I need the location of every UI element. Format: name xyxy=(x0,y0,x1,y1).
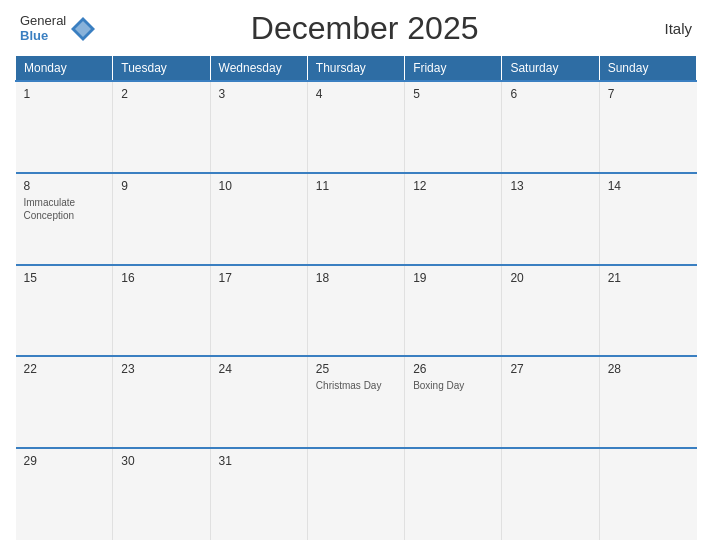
col-monday: Monday xyxy=(16,56,113,82)
calendar-cell: 10 xyxy=(210,173,307,265)
calendar-cell: 23 xyxy=(113,356,210,448)
logo-text: General Blue xyxy=(20,14,66,43)
header: General Blue December 2025 Italy xyxy=(15,10,697,47)
day-number: 21 xyxy=(608,271,689,285)
day-number: 7 xyxy=(608,87,689,101)
calendar-cell xyxy=(307,448,404,540)
calendar-cell: 2 xyxy=(113,81,210,173)
country-label: Italy xyxy=(632,20,692,37)
col-thursday: Thursday xyxy=(307,56,404,82)
calendar-cell: 8Immaculate Conception xyxy=(16,173,113,265)
calendar-cell: 26Boxing Day xyxy=(405,356,502,448)
calendar-body: 12345678Immaculate Conception91011121314… xyxy=(16,81,697,540)
calendar-cell: 9 xyxy=(113,173,210,265)
calendar-cell: 5 xyxy=(405,81,502,173)
calendar-cell: 3 xyxy=(210,81,307,173)
day-number: 3 xyxy=(219,87,299,101)
calendar-week-5: 293031 xyxy=(16,448,697,540)
calendar-cell: 14 xyxy=(599,173,696,265)
calendar-cell: 6 xyxy=(502,81,599,173)
calendar-cell: 15 xyxy=(16,265,113,357)
calendar-cell: 13 xyxy=(502,173,599,265)
day-number: 12 xyxy=(413,179,493,193)
calendar-cell: 28 xyxy=(599,356,696,448)
day-number: 1 xyxy=(24,87,105,101)
calendar-cell: 22 xyxy=(16,356,113,448)
logo-general: General xyxy=(20,14,66,28)
calendar-cell: 12 xyxy=(405,173,502,265)
day-number: 28 xyxy=(608,362,689,376)
calendar-cell: 29 xyxy=(16,448,113,540)
day-number: 31 xyxy=(219,454,299,468)
day-number: 26 xyxy=(413,362,493,376)
calendar-cell: 18 xyxy=(307,265,404,357)
calendar-cell: 20 xyxy=(502,265,599,357)
day-number: 13 xyxy=(510,179,590,193)
day-number: 17 xyxy=(219,271,299,285)
day-number: 18 xyxy=(316,271,396,285)
calendar-cell: 19 xyxy=(405,265,502,357)
calendar-week-2: 8Immaculate Conception91011121314 xyxy=(16,173,697,265)
day-number: 15 xyxy=(24,271,105,285)
day-number: 24 xyxy=(219,362,299,376)
day-number: 11 xyxy=(316,179,396,193)
day-number: 10 xyxy=(219,179,299,193)
calendar-week-4: 22232425Christmas Day26Boxing Day2728 xyxy=(16,356,697,448)
day-number: 27 xyxy=(510,362,590,376)
day-number: 29 xyxy=(24,454,105,468)
calendar-title: December 2025 xyxy=(97,10,632,47)
calendar-cell: 1 xyxy=(16,81,113,173)
day-number: 14 xyxy=(608,179,689,193)
col-saturday: Saturday xyxy=(502,56,599,82)
calendar-cell: 30 xyxy=(113,448,210,540)
logo: General Blue xyxy=(20,14,97,43)
calendar-cell: 25Christmas Day xyxy=(307,356,404,448)
calendar-cell xyxy=(502,448,599,540)
day-number: 30 xyxy=(121,454,201,468)
day-number: 8 xyxy=(24,179,105,193)
event-label: Immaculate Conception xyxy=(24,196,105,222)
col-wednesday: Wednesday xyxy=(210,56,307,82)
calendar-cell: 31 xyxy=(210,448,307,540)
calendar-week-3: 15161718192021 xyxy=(16,265,697,357)
day-number: 4 xyxy=(316,87,396,101)
calendar-cell xyxy=(405,448,502,540)
col-friday: Friday xyxy=(405,56,502,82)
calendar-cell: 27 xyxy=(502,356,599,448)
calendar-table: Monday Tuesday Wednesday Thursday Friday… xyxy=(15,55,697,540)
day-number: 16 xyxy=(121,271,201,285)
calendar-cell: 24 xyxy=(210,356,307,448)
day-number: 20 xyxy=(510,271,590,285)
day-number: 2 xyxy=(121,87,201,101)
calendar-cell: 4 xyxy=(307,81,404,173)
calendar-cell: 7 xyxy=(599,81,696,173)
day-number: 9 xyxy=(121,179,201,193)
calendar-week-1: 1234567 xyxy=(16,81,697,173)
day-number: 6 xyxy=(510,87,590,101)
col-sunday: Sunday xyxy=(599,56,696,82)
day-number: 19 xyxy=(413,271,493,285)
calendar-cell xyxy=(599,448,696,540)
day-number: 5 xyxy=(413,87,493,101)
calendar-cell: 21 xyxy=(599,265,696,357)
calendar-cell: 17 xyxy=(210,265,307,357)
calendar-cell: 16 xyxy=(113,265,210,357)
event-label: Boxing Day xyxy=(413,379,493,392)
event-label: Christmas Day xyxy=(316,379,396,392)
calendar-wrapper: General Blue December 2025 Italy Monday … xyxy=(0,0,712,550)
day-number: 25 xyxy=(316,362,396,376)
calendar-header-row: Monday Tuesday Wednesday Thursday Friday… xyxy=(16,56,697,82)
calendar-cell: 11 xyxy=(307,173,404,265)
day-number: 23 xyxy=(121,362,201,376)
logo-blue: Blue xyxy=(20,29,66,43)
day-number: 22 xyxy=(24,362,105,376)
logo-icon xyxy=(69,15,97,43)
col-tuesday: Tuesday xyxy=(113,56,210,82)
